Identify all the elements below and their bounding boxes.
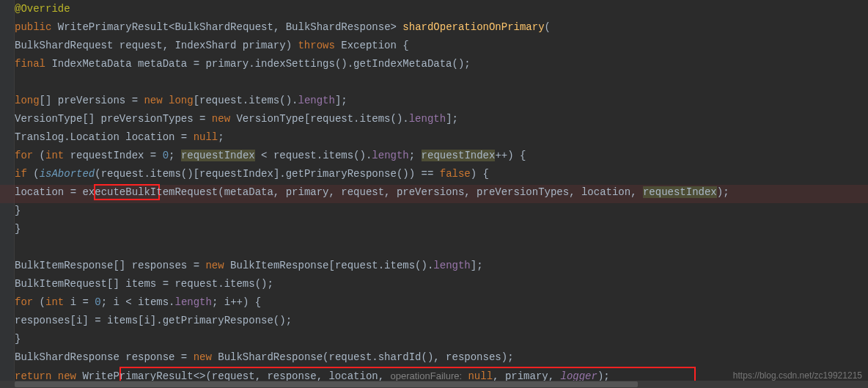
code-line: location = executeBulkItemRequest(metaDa…: [15, 183, 868, 202]
method-name: shardOperationOnPrimary: [402, 21, 544, 33]
code-line: final IndexMetaData metaData = primary.i…: [15, 55, 868, 73]
code-line: if (isAborted(request.items()[requestInd…: [15, 165, 868, 183]
code-line: BulkShardResponse response = new BulkSha…: [15, 348, 868, 367]
code-line: for (int requestIndex = 0; requestIndex …: [15, 147, 868, 165]
scrollbar-thumb[interactable]: [15, 381, 638, 387]
code-line: BulkItemRequest[] items = request.items(…: [15, 275, 868, 293]
annotation-override: @Override: [15, 3, 70, 15]
code-line: @Override: [15, 0, 868, 18]
code-line: responses[i] = items[i].getPrimaryRespon…: [15, 312, 868, 330]
code-line: VersionType[] preVersionTypes = new Vers…: [15, 110, 868, 128]
code-line: }: [15, 220, 868, 238]
code-line: BulkShardRequest request, IndexShard pri…: [15, 37, 868, 55]
code-line: [15, 73, 868, 92]
code-line: BulkItemResponse[] responses = new BulkI…: [15, 257, 868, 275]
code-line: for (int i = 0; i < items.length; i++) {: [15, 293, 868, 312]
code-line: public WritePrimaryResult<BulkShardReque…: [15, 18, 868, 37]
code-editor[interactable]: @Override public WritePrimaryResult<Bulk…: [15, 0, 868, 385]
watermark-text: https://blog.csdn.net/zc19921215: [733, 367, 862, 385]
code-line: }: [15, 202, 868, 220]
code-line: [15, 238, 868, 257]
code-line: Translog.Location location = null;: [15, 128, 868, 147]
code-line: }: [15, 330, 868, 348]
code-line: long[] preVersions = new long[request.it…: [15, 92, 868, 110]
